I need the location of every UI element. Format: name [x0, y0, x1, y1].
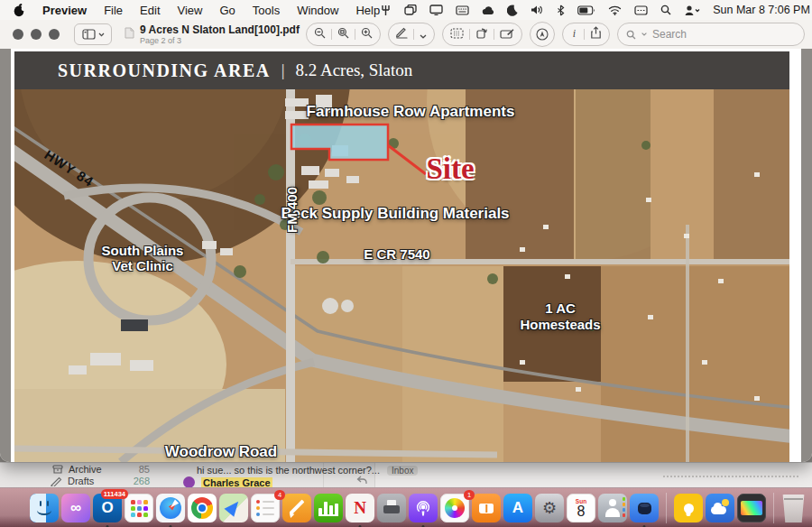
menu-window[interactable]: Window [297, 4, 338, 17]
search-input[interactable]: Search [617, 23, 805, 46]
edit-tools-group [442, 23, 522, 46]
dock-podcasts[interactable] [409, 494, 438, 522]
dock-tips[interactable] [674, 494, 703, 522]
dock-separator [666, 493, 667, 523]
label-1-ac-homesteads: 1 AC Homesteads [488, 300, 632, 333]
info-button[interactable]: i [570, 26, 578, 42]
menu-clock[interactable]: Sun Mar 8 7:06 PM [713, 4, 810, 16]
dock-home-speaker[interactable] [630, 494, 659, 522]
minimize-button[interactable] [31, 29, 42, 40]
dock-safari[interactable] [156, 494, 185, 522]
share-button[interactable] [590, 26, 602, 42]
reminders-badge: 4 [274, 490, 285, 500]
document-icon [125, 26, 134, 42]
dock-printer[interactable] [377, 494, 406, 522]
menu-file[interactable]: File [104, 4, 123, 17]
menu-help[interactable]: Help [355, 4, 380, 17]
card-icon[interactable] [634, 5, 648, 15]
pdf-header-bar: SURROUNDING AREA | 8.2 Acres, Slaton [14, 51, 789, 89]
map-graphic [14, 89, 789, 462]
pdf-header-subtitle: 8.2 Acres, Slaton [296, 60, 413, 80]
selection-tool-button[interactable] [450, 26, 464, 42]
search-placeholder: Search [652, 28, 687, 41]
info-share-group: i [562, 23, 610, 46]
menu-preview[interactable]: Preview [42, 4, 87, 17]
dock-finder[interactable] [30, 494, 59, 522]
bluetooth-icon[interactable] [557, 5, 565, 16]
menu-tools[interactable]: Tools [253, 4, 280, 17]
apple-menu-icon[interactable] [13, 3, 25, 17]
label-site: Site [392, 153, 509, 186]
label-woodrow-road: Woodrow Road [131, 443, 311, 461]
utilities-icon[interactable] [380, 5, 392, 16]
annotate-compass-button[interactable] [530, 22, 555, 47]
pdf-content-area: SURROUNDING AREA | 8.2 Acres, Slaton [0, 49, 812, 462]
dock-separator-2 [773, 493, 774, 523]
dock-calendar[interactable]: Sun8 [567, 494, 595, 522]
dock-photos[interactable]: 1 [440, 494, 469, 522]
menu-edit[interactable]: Edit [140, 4, 160, 17]
dock-weather[interactable] [706, 494, 734, 522]
dock-chrome[interactable] [188, 494, 217, 522]
zoom-controls [306, 23, 381, 46]
markup-pen-button[interactable] [396, 26, 408, 42]
dock-numbers[interactable] [314, 494, 343, 522]
moon-icon[interactable] [507, 5, 518, 16]
window-toolbar: 9 Acres N Slaton Land[100].pdf Page 2 of… [0, 20, 812, 50]
cloud-icon[interactable] [482, 5, 494, 15]
traffic-lights [13, 29, 60, 40]
user-switch-icon[interactable] [684, 5, 700, 16]
dock-infinity-app[interactable]: ∞ [61, 494, 90, 522]
battery-icon[interactable] [577, 5, 595, 15]
zoom-window-button[interactable] [49, 29, 60, 40]
dock-app-store[interactable]: A [503, 494, 532, 522]
mail-message-row[interactable]: hi sue... so this is the northwest corne… [197, 465, 418, 476]
dock-pages[interactable] [282, 494, 311, 522]
rotate-button[interactable] [475, 26, 488, 42]
dock-maps[interactable] [219, 494, 248, 522]
menu-view[interactable]: View [178, 4, 203, 17]
mail-window-strip: Archive 85 Drafts 268 hi sue... so this … [0, 462, 812, 488]
inbox-badge: Inbox [387, 466, 418, 476]
markup-toolbar-button[interactable] [500, 26, 514, 42]
close-button[interactable] [13, 29, 23, 40]
dock-outlook[interactable]: O111434 [93, 494, 122, 522]
pdf-header-title: SURROUNDING AREA [58, 60, 271, 81]
pdf-page: SURROUNDING AREA | 8.2 Acres, Slaton [11, 49, 801, 462]
screen: Preview File Edit View Go Tools Window H… [0, 0, 812, 527]
dock-keypad-app[interactable] [125, 494, 153, 522]
markup-pen-chevron[interactable] [420, 26, 427, 42]
preview-window: 9 Acres N Slaton Land[100].pdf Page 2 of… [0, 20, 812, 462]
label-south-plains-vet-clinic: South Plains Vet Clinic [70, 243, 215, 273]
dock-contacts[interactable] [598, 494, 627, 522]
zoom-out-button[interactable] [314, 26, 326, 42]
dock-window-thumbnail[interactable] [737, 494, 766, 522]
menu-go[interactable]: Go [219, 4, 235, 17]
zoom-fit-button[interactable] [337, 26, 349, 42]
sidebar-toggle-button[interactable] [74, 23, 112, 45]
zoom-in-button[interactable] [361, 26, 373, 42]
outlook-badge: 111434 [101, 489, 128, 499]
drafts-count: 268 [123, 476, 150, 486]
dock-reminders[interactable]: 4 [251, 494, 280, 522]
markup-pen-control [388, 23, 435, 46]
volume-icon[interactable] [531, 5, 544, 15]
aerial-map: Farmhouse Row Apartments Site Beck Suppl… [14, 89, 789, 462]
windows-icon[interactable] [404, 5, 417, 15]
dock-books[interactable] [472, 494, 501, 522]
message-preview: hi sue... so this is the northwest corne… [197, 465, 380, 476]
dock-system-settings[interactable]: ⚙ [535, 494, 564, 522]
keyboard-icon[interactable] [456, 5, 469, 15]
mail-dotted-divider [663, 476, 798, 477]
dock-trash[interactable] [781, 495, 806, 522]
wifi-icon[interactable] [608, 5, 622, 15]
search-icon[interactable] [660, 5, 671, 15]
pdf-header-separator: | [281, 60, 285, 80]
reply-arrow-icon [356, 476, 367, 486]
dock-netflix[interactable]: N [346, 494, 374, 522]
photos-badge: 1 [464, 490, 475, 500]
display-icon[interactable] [429, 5, 443, 15]
label-e-cr-7540: E CR 7540 [325, 246, 469, 262]
mail-sidebar-archive[interactable]: Archive [52, 464, 102, 475]
mail-sidebar-drafts[interactable]: Drafts [51, 476, 94, 486]
